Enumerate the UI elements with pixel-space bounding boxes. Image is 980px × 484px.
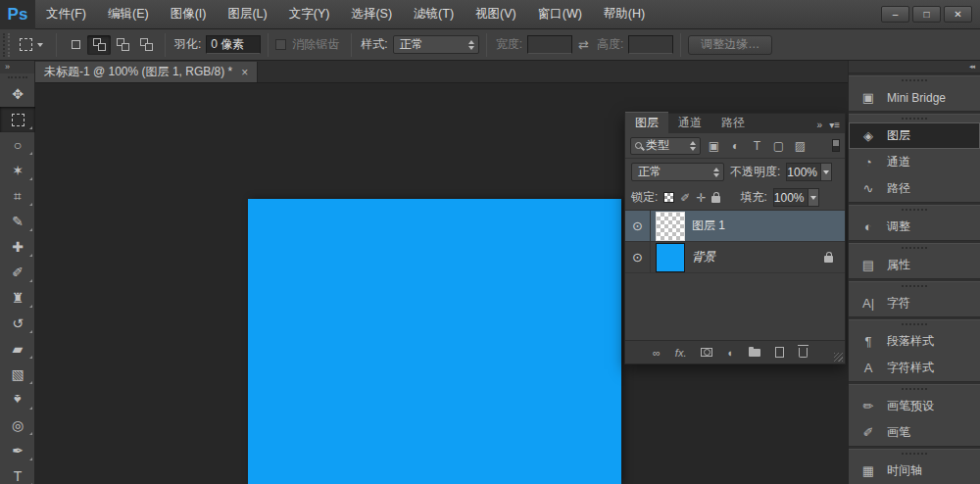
tab-close-icon[interactable]: × bbox=[241, 66, 248, 79]
dock-group-grip[interactable] bbox=[849, 282, 980, 290]
blend-mode-select[interactable]: 正常 bbox=[631, 163, 724, 181]
filter-toggle-switch[interactable] bbox=[832, 139, 840, 152]
visibility-toggle[interactable]: ⊙ bbox=[625, 211, 651, 241]
filter-type-layers-icon[interactable]: T bbox=[749, 139, 765, 153]
dock-group-grip[interactable] bbox=[849, 76, 980, 84]
panel-collapse-icon[interactable]: » bbox=[817, 120, 823, 130]
tab-layers[interactable]: 图层 bbox=[625, 112, 668, 133]
eraser-tool[interactable]: ▰ bbox=[0, 336, 35, 362]
adjustment-layer-icon[interactable]: ◐ bbox=[727, 347, 734, 359]
dock-group-grip[interactable] bbox=[849, 385, 980, 393]
anti-alias-checkbox[interactable] bbox=[275, 39, 286, 50]
lock-all-icon[interactable] bbox=[711, 196, 720, 203]
dock-group-grip[interactable] bbox=[849, 320, 980, 328]
dock-item-brush[interactable]: ✐ 画笔 bbox=[849, 419, 980, 446]
dock-item-adjustments[interactable]: ◐ 调整 bbox=[849, 214, 980, 240]
filter-pixel-layers-icon[interactable]: ▣ bbox=[706, 139, 722, 153]
menu-window[interactable]: 窗口(W) bbox=[527, 0, 593, 29]
canvas-document[interactable] bbox=[248, 199, 621, 484]
panel-resize-grip[interactable] bbox=[834, 353, 843, 362]
close-button[interactable]: ✕ bbox=[944, 6, 972, 23]
quick-selection-tool[interactable]: ✶ bbox=[0, 158, 35, 183]
filter-smart-objects-icon[interactable]: ▨ bbox=[792, 139, 808, 153]
tool-preset-picker[interactable] bbox=[14, 35, 49, 54]
layer-row-layer1[interactable]: ⊙ 图层 1 bbox=[625, 211, 845, 242]
link-layers-icon[interactable]: ∞ bbox=[653, 347, 661, 359]
refine-edge-button[interactable]: 调整边缘… bbox=[688, 35, 772, 55]
new-group-icon[interactable] bbox=[749, 349, 760, 357]
type-tool[interactable]: T bbox=[0, 463, 35, 484]
panel-menu-icon[interactable]: ▾≡ bbox=[829, 120, 840, 130]
subtract-from-selection-button[interactable] bbox=[111, 35, 134, 55]
dock-item-brush-presets[interactable]: ✏ 画笔预设 bbox=[849, 393, 980, 419]
move-tool[interactable]: ✥ bbox=[0, 81, 35, 107]
dock-item-timeline[interactable]: ▦ 时间轴 bbox=[849, 458, 980, 484]
menu-edit[interactable]: 编辑(E) bbox=[97, 0, 160, 29]
new-layer-icon[interactable] bbox=[775, 347, 784, 358]
layer-mask-icon[interactable] bbox=[701, 348, 712, 357]
delete-layer-icon[interactable] bbox=[799, 348, 808, 358]
tab-channels[interactable]: 通道 bbox=[668, 112, 711, 133]
layer-row-background[interactable]: ⊙ 背景 bbox=[625, 242, 845, 273]
lasso-tool[interactable]: ○ bbox=[0, 132, 35, 158]
menu-file[interactable]: 文件(F) bbox=[35, 0, 97, 29]
height-input[interactable] bbox=[628, 35, 673, 54]
layer-name[interactable]: 背景 bbox=[692, 249, 715, 266]
maximize-button[interactable]: □ bbox=[912, 6, 941, 23]
blur-tool[interactable]: ♠ bbox=[0, 387, 35, 412]
layer-style-icon[interactable]: fx. bbox=[675, 347, 687, 359]
crop-tool[interactable]: ⌗ bbox=[0, 183, 35, 209]
menu-type[interactable]: 文字(Y) bbox=[278, 0, 341, 29]
dock-item-paragraph-styles[interactable]: ¶ 段落样式 bbox=[849, 328, 980, 355]
dock-item-properties[interactable]: ▤ 属性 bbox=[849, 252, 980, 278]
menu-layer[interactable]: 图层(L) bbox=[217, 0, 277, 29]
width-input[interactable] bbox=[527, 35, 572, 54]
fill-dropdown-button[interactable] bbox=[808, 189, 818, 206]
dodge-tool[interactable]: ◎ bbox=[0, 412, 35, 438]
menu-image[interactable]: 图像(I) bbox=[160, 0, 218, 29]
minimize-button[interactable]: – bbox=[881, 6, 909, 23]
healing-brush-tool[interactable]: ✚ bbox=[0, 234, 35, 260]
dock-group-grip[interactable] bbox=[849, 115, 980, 122]
tools-collapse-icon[interactable]: » bbox=[0, 61, 34, 73]
dock-group-grip[interactable] bbox=[849, 206, 980, 214]
lock-transparency-icon[interactable] bbox=[663, 192, 674, 203]
intersect-selection-button[interactable] bbox=[134, 35, 158, 55]
dock-group-grip[interactable] bbox=[849, 244, 980, 252]
style-select[interactable]: 正常 bbox=[393, 35, 479, 54]
menu-view[interactable]: 视图(V) bbox=[465, 0, 527, 29]
tools-panel-grip[interactable] bbox=[0, 73, 34, 81]
new-selection-button[interactable] bbox=[64, 35, 87, 55]
rectangular-marquee-tool[interactable] bbox=[0, 107, 35, 132]
menu-help[interactable]: 帮助(H) bbox=[593, 0, 656, 29]
swap-dimensions-icon[interactable]: ⇄ bbox=[578, 37, 589, 52]
dock-item-character-styles[interactable]: A 字符样式 bbox=[849, 355, 980, 381]
dock-group-grip[interactable] bbox=[849, 450, 980, 458]
filter-shape-layers-icon[interactable]: ▢ bbox=[770, 139, 787, 153]
filter-type-select[interactable]: 类型 bbox=[630, 137, 701, 155]
add-to-selection-button[interactable] bbox=[87, 35, 111, 55]
dock-item-layers[interactable]: ◈ 图层 bbox=[849, 122, 980, 149]
layer-name[interactable]: 图层 1 bbox=[692, 218, 725, 234]
lock-position-icon[interactable]: ✛ bbox=[696, 191, 706, 205]
feather-input[interactable] bbox=[206, 35, 261, 54]
lock-paint-icon[interactable]: ✐ bbox=[680, 191, 690, 205]
gradient-tool[interactable]: ▧ bbox=[0, 362, 35, 387]
layer-thumbnail[interactable] bbox=[657, 244, 684, 271]
brush-tool[interactable]: ✐ bbox=[0, 260, 35, 285]
opacity-field[interactable]: 100% bbox=[786, 163, 832, 181]
document-tab[interactable]: 未标题-1 @ 100% (图层 1, RGB/8) * × bbox=[35, 62, 258, 82]
pen-tool[interactable]: ✒ bbox=[0, 438, 35, 463]
history-brush-tool[interactable]: ↺ bbox=[0, 311, 35, 336]
dock-item-mini-bridge[interactable]: ▣ Mini Bridge bbox=[849, 84, 980, 111]
visibility-toggle[interactable]: ⊙ bbox=[625, 242, 651, 272]
menu-select[interactable]: 选择(S) bbox=[340, 0, 403, 29]
dock-item-character[interactable]: A| 字符 bbox=[849, 290, 980, 316]
dock-collapse-icon[interactable]: ◂◂ bbox=[849, 61, 980, 73]
opacity-dropdown-button[interactable] bbox=[820, 164, 831, 180]
dock-item-paths[interactable]: ∿ 路径 bbox=[849, 175, 980, 202]
menu-filter[interactable]: 滤镜(T) bbox=[403, 0, 465, 29]
dock-item-channels[interactable]: ◔ 通道 bbox=[849, 149, 980, 175]
tab-paths[interactable]: 路径 bbox=[711, 112, 755, 133]
fill-field[interactable]: 100% bbox=[773, 188, 819, 207]
